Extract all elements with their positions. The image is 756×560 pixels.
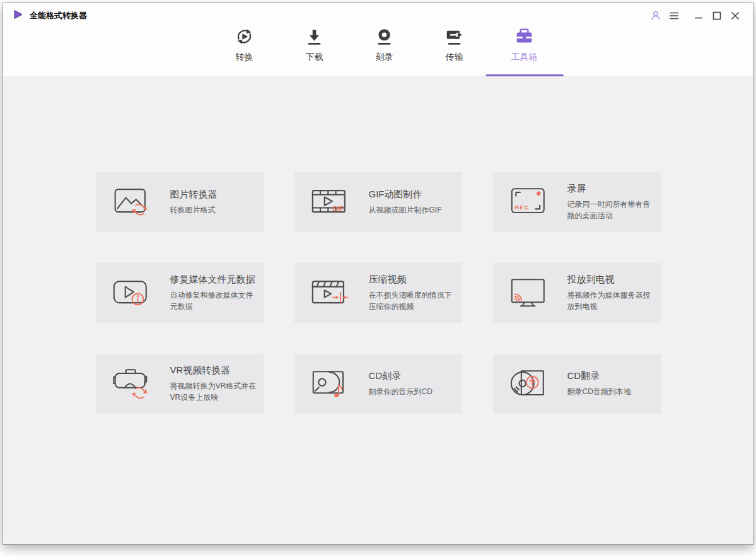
window-controls	[648, 8, 743, 23]
active-tab-indicator	[486, 74, 563, 76]
card-title: 录屏	[567, 183, 656, 195]
vr-converter-icon	[96, 366, 170, 402]
toolbox-grid: 图片转换器 转换图片格式 GIF GIF动图制作 从视频或图片制作GIF	[96, 172, 661, 414]
card-description: 自动修复和修改媒体文件元数据	[170, 290, 259, 312]
tab-toolbox[interactable]: 工具箱	[489, 22, 559, 76]
card-title: 投放到电视	[567, 274, 656, 286]
card-description: 翻录CD音频到本地	[567, 387, 656, 397]
app-title: 全能格式转换器	[30, 10, 87, 21]
toolbox-icon	[515, 27, 534, 47]
svg-text:REC: REC	[515, 204, 529, 211]
tab-burn[interactable]: 刻录	[349, 22, 419, 76]
tab-download-label: 下载	[306, 52, 323, 63]
fix-metadata-icon	[96, 275, 170, 312]
transfer-icon	[445, 27, 464, 47]
card-description: 转换图片格式	[170, 205, 259, 216]
card-screen-record[interactable]: REC 录屏 记录同一时间所有带有音频的桌面活动	[493, 172, 661, 232]
close-icon[interactable]	[728, 8, 743, 23]
app-window: 全能格式转换器	[3, 3, 753, 545]
card-title: 压缩视频	[369, 274, 457, 286]
tab-burn-label: 刻录	[376, 52, 393, 63]
main-nav: 转换 下载 刻录	[209, 22, 559, 76]
tab-transfer[interactable]: 传输	[419, 22, 489, 76]
card-cd-rip[interactable]: CD翻录 翻录CD音频到本地	[493, 354, 661, 414]
maximize-icon[interactable]	[709, 8, 724, 23]
card-title: CD刻录	[369, 370, 457, 382]
gif-maker-icon: GIF	[294, 184, 369, 221]
card-fix-metadata[interactable]: 修复媒体文件元数据 自动修复和修改媒体文件元数据	[96, 263, 264, 323]
screen-record-icon: REC	[493, 184, 567, 221]
card-image-converter[interactable]: 图片转换器 转换图片格式	[96, 172, 264, 232]
card-title: 修复媒体文件元数据	[170, 274, 259, 286]
compress-video-icon	[294, 275, 369, 312]
tab-toolbox-label: 工具箱	[511, 52, 538, 63]
card-title: GIF动图制作	[369, 189, 457, 201]
titlebar: 全能格式转换器	[3, 3, 753, 28]
cast-to-tv-icon	[493, 275, 567, 312]
menu-icon[interactable]	[666, 8, 682, 23]
cd-rip-icon	[493, 366, 567, 402]
card-compress-video[interactable]: 压缩视频 在不损失清晰度的情况下压缩你的视频	[294, 263, 462, 323]
card-cd-burn[interactable]: CD刻录 刻录你的音乐到CD	[294, 354, 462, 414]
user-icon[interactable]	[648, 8, 663, 23]
tab-transfer-label: 传输	[446, 52, 463, 63]
svg-text:GIF: GIF	[332, 206, 342, 213]
download-icon	[305, 27, 324, 47]
minimize-icon[interactable]	[691, 8, 706, 23]
card-cast-to-tv[interactable]: 投放到电视 将视频作为媒体服务器投放到电视	[493, 263, 661, 323]
card-title: 图片转换器	[170, 189, 259, 201]
cd-burn-icon	[294, 366, 369, 402]
card-vr-converter[interactable]: VR视频转换器 将视频转换为VR格式并在VR设备上放映	[96, 354, 264, 414]
card-description: 将视频转换为VR格式并在VR设备上放映	[170, 381, 259, 403]
image-converter-icon	[96, 184, 170, 221]
card-description: 从视频或图片制作GIF	[369, 205, 457, 216]
tab-convert-label: 转换	[236, 52, 253, 63]
card-description: 记录同一时间所有带有音频的桌面活动	[567, 199, 656, 221]
convert-icon	[235, 27, 254, 47]
card-gif-maker[interactable]: GIF GIF动图制作 从视频或图片制作GIF	[294, 172, 462, 232]
card-description: 将视频作为媒体服务器投放到电视	[567, 290, 656, 312]
tab-convert[interactable]: 转换	[209, 22, 279, 76]
header: 全能格式转换器	[3, 3, 753, 77]
card-description: 在不损失清晰度的情况下压缩你的视频	[369, 290, 457, 312]
card-title: VR视频转换器	[170, 365, 259, 376]
card-description: 刻录你的音乐到CD	[369, 387, 457, 397]
burn-icon	[375, 27, 394, 47]
tab-download[interactable]: 下载	[279, 22, 349, 76]
card-title: CD翻录	[567, 370, 656, 382]
app-logo-icon	[13, 9, 23, 22]
